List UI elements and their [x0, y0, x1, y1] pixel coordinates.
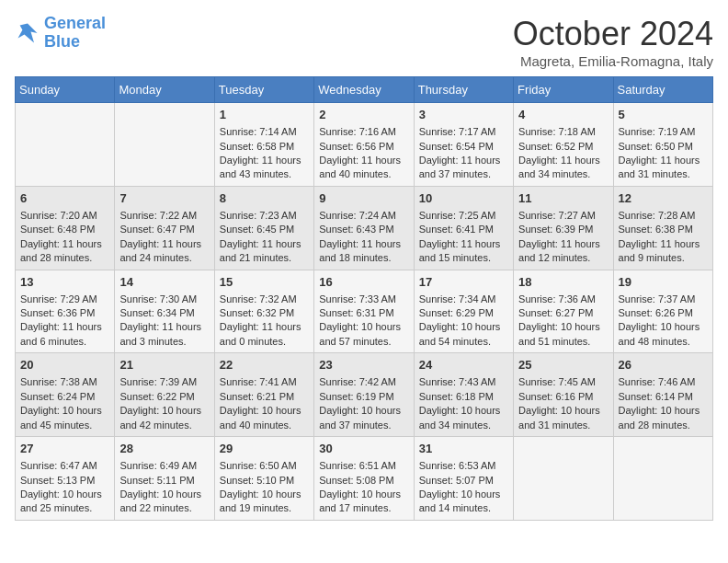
sunrise-text: Sunrise: 7:14 AM — [220, 125, 309, 139]
calendar-week-3: 13Sunrise: 7:29 AMSunset: 6:36 PMDayligh… — [16, 270, 713, 353]
daylight-text: Daylight: 10 hours and 37 minutes. — [319, 404, 408, 432]
sunset-text: Sunset: 6:43 PM — [319, 223, 408, 236]
calendar-cell: 8Sunrise: 7:23 AMSunset: 6:45 PMDaylight… — [214, 186, 313, 270]
sunset-text: Sunset: 6:48 PM — [20, 223, 109, 236]
calendar-cell: 28Sunrise: 6:49 AMSunset: 5:11 PMDayligh… — [115, 437, 214, 521]
day-header-wednesday: Wednesday — [314, 77, 414, 103]
sunset-text: Sunset: 6:29 PM — [419, 306, 508, 320]
sunset-text: Sunset: 6:54 PM — [419, 140, 508, 154]
daylight-text: Daylight: 11 hours and 12 minutes. — [518, 237, 608, 266]
daylight-text: Daylight: 10 hours and 25 minutes. — [20, 488, 109, 516]
sunrise-text: Sunrise: 7:19 AM — [619, 125, 708, 139]
sunset-text: Sunset: 6:14 PM — [619, 390, 708, 404]
calendar-cell — [514, 437, 613, 521]
calendar-cell: 2Sunrise: 7:16 AMSunset: 6:56 PMDaylight… — [314, 103, 414, 187]
calendar-cell: 4Sunrise: 7:18 AMSunset: 6:52 PMDaylight… — [514, 103, 613, 187]
day-number: 19 — [619, 274, 708, 291]
day-number: 28 — [119, 441, 209, 457]
sunset-text: Sunset: 6:24 PM — [20, 390, 109, 404]
daylight-text: Daylight: 10 hours and 45 minutes. — [20, 404, 109, 432]
calendar-header-row: SundayMondayTuesdayWednesdayThursdayFrid… — [16, 77, 713, 103]
sunset-text: Sunset: 5:13 PM — [20, 474, 109, 488]
sunrise-text: Sunrise: 7:42 AM — [319, 375, 408, 389]
calendar-cell: 19Sunrise: 7:37 AMSunset: 6:26 PMDayligh… — [613, 270, 712, 353]
daylight-text: Daylight: 11 hours and 31 minutes. — [619, 154, 708, 182]
sunrise-text: Sunrise: 7:25 AM — [419, 209, 508, 223]
day-number: 23 — [319, 357, 408, 373]
day-number: 29 — [220, 441, 309, 457]
sunrise-text: Sunrise: 7:46 AM — [619, 375, 708, 389]
calendar-cell: 21Sunrise: 7:39 AMSunset: 6:22 PMDayligh… — [115, 353, 214, 437]
day-header-friday: Friday — [514, 77, 613, 103]
day-number: 11 — [518, 190, 608, 207]
sunrise-text: Sunrise: 7:27 AM — [518, 209, 608, 223]
day-header-thursday: Thursday — [414, 77, 513, 103]
calendar-week-2: 6Sunrise: 7:20 AMSunset: 6:48 PMDaylight… — [16, 186, 713, 270]
sunrise-text: Sunrise: 7:24 AM — [319, 209, 408, 223]
day-number: 24 — [419, 357, 508, 373]
day-number: 26 — [619, 357, 708, 373]
calendar-week-1: 1Sunrise: 7:14 AMSunset: 6:58 PMDaylight… — [16, 103, 713, 187]
day-number: 6 — [20, 190, 109, 207]
calendar-cell: 16Sunrise: 7:33 AMSunset: 6:31 PMDayligh… — [314, 270, 414, 353]
day-number: 9 — [319, 190, 408, 207]
daylight-text: Daylight: 10 hours and 34 minutes. — [419, 404, 508, 432]
page-header: General Blue October 2024 Magreta, Emili… — [15, 15, 713, 69]
daylight-text: Daylight: 11 hours and 9 minutes. — [619, 237, 708, 266]
sunrise-text: Sunrise: 6:50 AM — [220, 459, 309, 473]
sunset-text: Sunset: 6:50 PM — [619, 140, 708, 154]
sunset-text: Sunset: 6:19 PM — [319, 390, 408, 404]
sunrise-text: Sunrise: 7:38 AM — [20, 375, 109, 389]
daylight-text: Daylight: 11 hours and 34 minutes. — [518, 154, 608, 182]
day-number: 17 — [419, 274, 508, 291]
sunrise-text: Sunrise: 7:33 AM — [319, 293, 408, 306]
calendar-week-5: 27Sunrise: 6:47 AMSunset: 5:13 PMDayligh… — [16, 437, 713, 521]
sunset-text: Sunset: 6:45 PM — [220, 223, 309, 236]
sunset-text: Sunset: 6:22 PM — [119, 390, 209, 404]
daylight-text: Daylight: 10 hours and 17 minutes. — [319, 488, 408, 516]
logo-icon — [15, 20, 40, 46]
day-header-tuesday: Tuesday — [214, 77, 313, 103]
sunrise-text: Sunrise: 7:28 AM — [619, 209, 708, 223]
day-number: 22 — [220, 357, 309, 373]
sunrise-text: Sunrise: 7:39 AM — [119, 375, 209, 389]
daylight-text: Daylight: 10 hours and 54 minutes. — [419, 320, 508, 349]
day-header-sunday: Sunday — [16, 77, 115, 103]
calendar-cell: 30Sunrise: 6:51 AMSunset: 5:08 PMDayligh… — [314, 437, 414, 521]
day-number: 5 — [619, 107, 708, 123]
daylight-text: Daylight: 11 hours and 40 minutes. — [319, 154, 408, 182]
daylight-text: Daylight: 10 hours and 31 minutes. — [518, 404, 608, 432]
daylight-text: Daylight: 10 hours and 28 minutes. — [619, 404, 708, 432]
daylight-text: Daylight: 11 hours and 3 minutes. — [119, 320, 209, 349]
sunset-text: Sunset: 6:41 PM — [419, 223, 508, 236]
day-number: 12 — [619, 190, 708, 207]
day-number: 7 — [119, 190, 209, 207]
sunrise-text: Sunrise: 7:29 AM — [20, 293, 109, 306]
calendar-cell: 11Sunrise: 7:27 AMSunset: 6:39 PMDayligh… — [514, 186, 613, 270]
day-number: 25 — [518, 357, 608, 373]
calendar-cell: 29Sunrise: 6:50 AMSunset: 5:10 PMDayligh… — [214, 437, 313, 521]
day-header-saturday: Saturday — [613, 77, 712, 103]
sunset-text: Sunset: 6:26 PM — [619, 306, 708, 320]
calendar-cell: 14Sunrise: 7:30 AMSunset: 6:34 PMDayligh… — [115, 270, 214, 353]
sunrise-text: Sunrise: 7:22 AM — [119, 209, 209, 223]
calendar-cell: 23Sunrise: 7:42 AMSunset: 6:19 PMDayligh… — [314, 353, 414, 437]
day-number: 21 — [119, 357, 209, 373]
calendar-cell: 22Sunrise: 7:41 AMSunset: 6:21 PMDayligh… — [214, 353, 313, 437]
sunset-text: Sunset: 5:07 PM — [419, 474, 508, 488]
day-number: 3 — [419, 107, 508, 123]
day-number: 10 — [419, 190, 508, 207]
daylight-text: Daylight: 11 hours and 43 minutes. — [220, 154, 309, 182]
calendar-cell: 15Sunrise: 7:32 AMSunset: 6:32 PMDayligh… — [214, 270, 313, 353]
sunset-text: Sunset: 6:31 PM — [319, 306, 408, 320]
sunrise-text: Sunrise: 6:51 AM — [319, 459, 408, 473]
sunrise-text: Sunrise: 6:53 AM — [419, 459, 508, 473]
daylight-text: Daylight: 10 hours and 48 minutes. — [619, 320, 708, 349]
daylight-text: Daylight: 10 hours and 40 minutes. — [220, 404, 309, 432]
calendar-cell: 20Sunrise: 7:38 AMSunset: 6:24 PMDayligh… — [16, 353, 115, 437]
daylight-text: Daylight: 10 hours and 22 minutes. — [119, 488, 209, 516]
daylight-text: Daylight: 11 hours and 0 minutes. — [220, 320, 309, 349]
day-number: 20 — [20, 357, 109, 373]
calendar-cell: 5Sunrise: 7:19 AMSunset: 6:50 PMDaylight… — [613, 103, 712, 187]
day-header-monday: Monday — [115, 77, 214, 103]
